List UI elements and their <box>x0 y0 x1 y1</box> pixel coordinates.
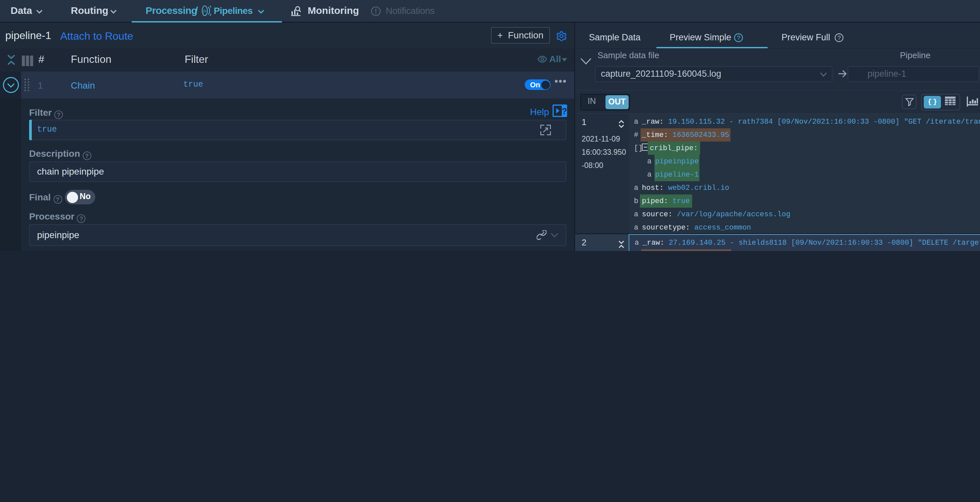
svg-text:fx: fx <box>203 8 207 13</box>
svg-text:?: ? <box>562 106 567 116</box>
svg-text:?: ? <box>737 34 740 41</box>
svg-text:?: ? <box>837 34 841 41</box>
